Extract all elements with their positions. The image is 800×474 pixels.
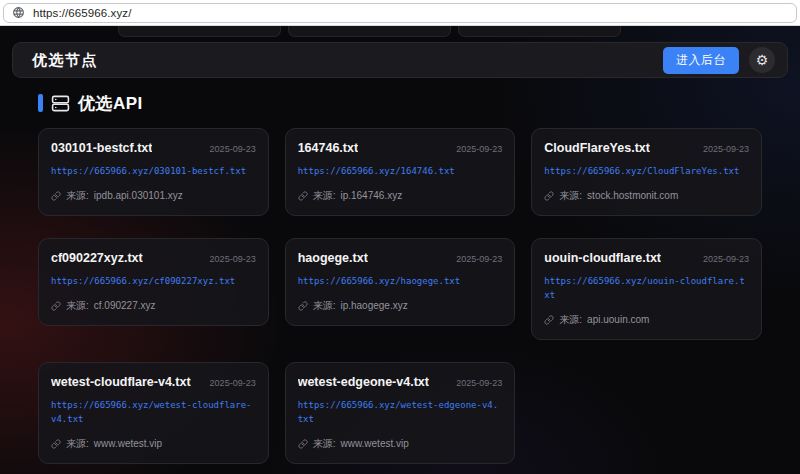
settings-button[interactable]: ⚙ [749, 47, 775, 73]
link-chain-icon [51, 301, 61, 311]
card-date: 2025-09-23 [456, 144, 502, 154]
card-title: uouin-cloudflare.txt [544, 251, 661, 265]
card-header: haogege.txt 2025-09-23 [298, 251, 503, 265]
card-source-value: cf.090227.xyz [94, 300, 156, 311]
card-title: 030101-bestcf.txt [51, 141, 152, 155]
card-header: wetest-cloudflare-v4.txt 2025-09-23 [51, 375, 256, 389]
card-source-value: www.wetest.vip [340, 438, 408, 449]
card-date: 2025-09-23 [210, 254, 256, 264]
admin-button[interactable]: 进入后台 [663, 47, 739, 74]
card-source-row: 来源: ip.haogege.xyz [298, 299, 503, 313]
page-title: 优选节点 [32, 51, 98, 70]
card-source-label: 来源: [559, 313, 582, 327]
card-url-link[interactable]: https://665966.xyz/cf090227xyz.txt [51, 275, 256, 289]
page-header: 优选节点 进入后台 ⚙ [12, 42, 788, 78]
card-date: 2025-09-23 [456, 378, 502, 388]
card-url-link[interactable]: https://665966.xyz/wetest-cloudflare-v4.… [51, 399, 256, 427]
card-source-row: 来源: ipdb.api.030101.xyz [51, 189, 256, 203]
card-header: 030101-bestcf.txt 2025-09-23 [51, 141, 256, 155]
section-header: 优选API [38, 92, 800, 114]
card-header: cf090227xyz.txt 2025-09-23 [51, 251, 256, 265]
section-title: 优选API [78, 92, 143, 115]
card-source-label: 来源: [313, 437, 336, 451]
card-url-link[interactable]: https://665966.xyz/164746.txt [298, 165, 503, 179]
card-source-label: 来源: [66, 437, 89, 451]
api-card: CloudFlareYes.txt 2025-09-23 https://665… [531, 128, 762, 216]
card-url-link[interactable]: https://665966.xyz/uouin-cloudflare.txt [544, 275, 749, 303]
card-source-row: 来源: api.uouin.com [544, 313, 749, 327]
site-info-icon[interactable] [12, 6, 25, 19]
card-source-row: 来源: cf.090227.xyz [51, 299, 256, 313]
card-date: 2025-09-23 [210, 378, 256, 388]
card-header: uouin-cloudflare.txt 2025-09-23 [544, 251, 749, 265]
card-url-link[interactable]: https://665966.xyz/030101-bestcf.txt [51, 165, 256, 179]
link-chain-icon [544, 191, 554, 201]
card-source-row: 来源: ip.164746.xyz [298, 189, 503, 203]
browser-bar: https://665966.xyz/ [0, 0, 800, 26]
card-source-label: 来源: [313, 299, 336, 313]
card-title: haogege.txt [298, 251, 368, 265]
card-source-value: ip.164746.xyz [340, 190, 402, 201]
card-source-value: stock.hostmonit.com [587, 190, 678, 201]
card-date: 2025-09-23 [210, 144, 256, 154]
link-chain-icon [51, 191, 61, 201]
link-chain-icon [298, 439, 308, 449]
card-source-row: 来源: stock.hostmonit.com [544, 189, 749, 203]
cutoff-card [118, 26, 281, 37]
card-grid: 030101-bestcf.txt 2025-09-23 https://665… [38, 128, 762, 464]
link-chain-icon [298, 191, 308, 201]
link-chain-icon [298, 301, 308, 311]
api-card: haogege.txt 2025-09-23 https://665966.xy… [285, 238, 516, 326]
card-source-row: 来源: www.wetest.vip [51, 437, 256, 451]
accent-bar [38, 94, 43, 112]
card-header: 164746.txt 2025-09-23 [298, 141, 503, 155]
card-title: cf090227xyz.txt [51, 251, 143, 265]
card-url-link[interactable]: https://665966.xyz/CloudFlareYes.txt [544, 165, 749, 179]
gear-icon: ⚙ [756, 53, 769, 67]
card-header: CloudFlareYes.txt 2025-09-23 [544, 141, 749, 155]
card-source-label: 来源: [66, 299, 89, 313]
card-date: 2025-09-23 [703, 254, 749, 264]
card-title: 164746.txt [298, 141, 358, 155]
cutoff-card [458, 26, 621, 37]
card-header: wetest-edgeone-v4.txt 2025-09-23 [298, 375, 503, 389]
address-bar[interactable]: https://665966.xyz/ [3, 3, 797, 23]
card-title: wetest-cloudflare-v4.txt [51, 375, 191, 389]
card-source-value: www.wetest.vip [94, 438, 162, 449]
cutoff-card [288, 26, 451, 37]
card-source-value: ip.haogege.xyz [340, 300, 407, 311]
address-url: https://665966.xyz/ [33, 7, 131, 19]
card-date: 2025-09-23 [703, 144, 749, 154]
card-date: 2025-09-23 [456, 254, 502, 264]
api-card: cf090227xyz.txt 2025-09-23 https://66596… [38, 238, 269, 326]
api-card: 030101-bestcf.txt 2025-09-23 https://665… [38, 128, 269, 216]
card-source-value: ipdb.api.030101.xyz [94, 190, 183, 201]
link-chain-icon [51, 439, 61, 449]
card-url-link[interactable]: https://665966.xyz/haogege.txt [298, 275, 503, 289]
card-source-label: 来源: [559, 189, 582, 203]
card-title: CloudFlareYes.txt [544, 141, 650, 155]
card-source-label: 来源: [66, 189, 89, 203]
card-source-label: 来源: [313, 189, 336, 203]
card-source-row: 来源: www.wetest.vip [298, 437, 503, 451]
card-title: wetest-edgeone-v4.txt [298, 375, 429, 389]
api-card: uouin-cloudflare.txt 2025-09-23 https://… [531, 238, 762, 340]
card-source-value: api.uouin.com [587, 314, 649, 325]
server-stack-icon [51, 94, 70, 113]
api-card: wetest-edgeone-v4.txt 2025-09-23 https:/… [285, 362, 516, 464]
api-card: wetest-cloudflare-v4.txt 2025-09-23 http… [38, 362, 269, 464]
api-card: 164746.txt 2025-09-23 https://665966.xyz… [285, 128, 516, 216]
link-chain-icon [544, 315, 554, 325]
card-url-link[interactable]: https://665966.xyz/wetest-edgeone-v4.txt [298, 399, 503, 427]
